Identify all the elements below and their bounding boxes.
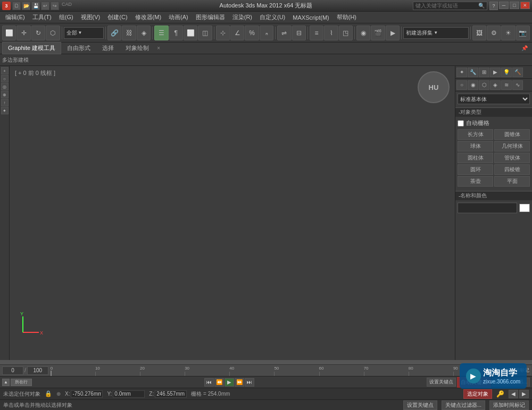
- obj-cone-btn[interactable]: 圆锥体: [494, 129, 530, 140]
- unlink-btn[interactable]: ⛓: [122, 26, 136, 40]
- maximize-button[interactable]: □: [510, 2, 519, 9]
- align-btn[interactable]: ⊟: [292, 26, 306, 40]
- object-name-input[interactable]: [458, 203, 517, 213]
- menu-create[interactable]: 创建(C): [104, 12, 130, 22]
- spinner-snap-btn[interactable]: ₙ: [260, 26, 273, 40]
- search-box[interactable]: 🔍: [413, 2, 487, 10]
- selection-set-dropdown[interactable]: 初建选择集 ▼: [403, 27, 469, 39]
- tl-scrubber[interactable]: 0 10 20 30 40 50 60 70 80: [51, 365, 498, 376]
- menu-customize[interactable]: 自定义(U): [256, 12, 288, 22]
- material-editor-btn[interactable]: ◉: [356, 26, 370, 40]
- rp-sub-icon5[interactable]: ≋: [501, 80, 512, 90]
- menu-edit[interactable]: 编辑(E): [2, 12, 28, 22]
- set-key-btn[interactable]: 设置关键点: [427, 378, 456, 387]
- obj-geosphere-btn[interactable]: 几何球体: [494, 141, 530, 152]
- rp-sub-icon3[interactable]: ⬡: [479, 80, 489, 90]
- rp-display-icon[interactable]: 💡: [501, 68, 512, 77]
- rp-category-dropdown[interactable]: 标准基本体: [458, 94, 530, 104]
- lt-btn-6[interactable]: ✦: [1, 107, 9, 114]
- set-keys-btn-bottom[interactable]: 设置关键点: [403, 400, 437, 410]
- track-bar-btn[interactable]: 所在行: [11, 379, 32, 386]
- render-quick-btn[interactable]: ▶: [386, 26, 400, 40]
- add-time-tag-btn[interactable]: 添加时间标记: [489, 400, 529, 410]
- obj-tube-btn[interactable]: 管状体: [494, 153, 530, 163]
- quick-undo-btn[interactable]: ↩: [41, 2, 49, 10]
- select-filter-btn[interactable]: ☰: [154, 26, 168, 40]
- menu-modifiers[interactable]: 修改器(M): [132, 12, 165, 22]
- rect-select-btn[interactable]: ⬜: [184, 26, 197, 40]
- prev-frame-btn[interactable]: ⏪: [214, 378, 224, 387]
- rp-sub-icon6[interactable]: ∿: [512, 80, 523, 90]
- prev-key-btn[interactable]: ◀: [509, 390, 518, 398]
- select-tool-btn[interactable]: ⬜: [2, 26, 16, 40]
- view-dropdown[interactable]: 全部 ▼: [64, 27, 104, 39]
- next-frame-btn[interactable]: ⏩: [235, 378, 244, 387]
- menu-maxscript[interactable]: MAXScript(M): [289, 13, 332, 22]
- obj-torus-btn[interactable]: 圆环: [458, 164, 493, 175]
- ribbon-pin-btn[interactable]: 📌: [519, 45, 530, 51]
- rp-utilities-icon[interactable]: 🔨: [512, 68, 523, 77]
- x-input[interactable]: [71, 390, 103, 398]
- nav-cube[interactable]: hu: [418, 71, 450, 103]
- curve-editor-btn[interactable]: ⌇: [324, 26, 338, 40]
- render-type-btn[interactable]: 🖼: [472, 26, 486, 40]
- percent-snap-btn[interactable]: %: [245, 26, 259, 40]
- ribbon-close-btn[interactable]: ×: [157, 45, 160, 51]
- rp-create-icon[interactable]: ✦: [456, 68, 467, 77]
- rp-sub-icon2[interactable]: ◉: [468, 80, 478, 90]
- mirror-btn[interactable]: ⇌: [277, 26, 291, 40]
- menu-render[interactable]: 渲染(R): [229, 12, 255, 22]
- obj-sphere-btn[interactable]: 球体: [458, 141, 493, 152]
- ribbon-tab-object-paint[interactable]: 对象绘制: [120, 42, 155, 54]
- quick-open-btn[interactable]: 📂: [22, 2, 30, 10]
- quick-save-btn[interactable]: 💾: [31, 2, 40, 10]
- quick-redo-btn[interactable]: ↪: [51, 2, 59, 10]
- scale-tool-btn[interactable]: ⬡: [46, 26, 60, 40]
- snap-toggle-btn[interactable]: ⊹: [216, 26, 230, 40]
- rp-modify-icon[interactable]: 🔧: [468, 68, 478, 77]
- key-filter-btn-bottom[interactable]: 关键点过滤器...: [442, 400, 485, 410]
- obj-cylinder-btn[interactable]: 圆柱体: [458, 153, 493, 163]
- progress-track[interactable]: [0, 360, 532, 364]
- render-settings-btn[interactable]: ⚙: [487, 26, 501, 40]
- schematic-view-btn[interactable]: ◳: [339, 26, 353, 40]
- rp-hierarchy-icon[interactable]: ⊞: [479, 68, 489, 77]
- rp-sub-icon4[interactable]: ◈: [490, 80, 501, 90]
- link-btn[interactable]: 🔗: [107, 26, 121, 40]
- viewport[interactable]: [ + 0 前 0 线框 ] hu X Y: [10, 66, 455, 360]
- y-input[interactable]: [113, 390, 145, 398]
- menu-help[interactable]: 帮助(H): [334, 12, 360, 22]
- bind-btn[interactable]: ◈: [137, 26, 151, 40]
- ribbon-tab-selection[interactable]: 选择: [96, 42, 120, 54]
- current-frame[interactable]: 0: [2, 366, 23, 375]
- z-input[interactable]: [155, 390, 187, 398]
- active-shade-btn[interactable]: ☀: [501, 26, 515, 40]
- minimize-button[interactable]: ─: [499, 2, 509, 9]
- menu-tools[interactable]: 工具(T): [29, 12, 55, 22]
- auto-key-status-btn[interactable]: 选定对象: [463, 389, 492, 399]
- window-crossing-btn[interactable]: ◫: [198, 26, 212, 40]
- animate-mode-btn[interactable]: ▲: [2, 379, 10, 386]
- play-btn[interactable]: ▶: [225, 378, 234, 387]
- ribbon-tab-freeform[interactable]: 自由形式: [61, 42, 96, 54]
- ribbon-tab-graphite[interactable]: Graphite 建模工具: [2, 42, 61, 54]
- render-frame-btn[interactable]: 📷: [516, 26, 530, 40]
- search-input[interactable]: [415, 3, 478, 9]
- menu-group[interactable]: 组(G): [56, 12, 77, 22]
- select-by-name-btn[interactable]: ¶: [169, 26, 183, 40]
- go-start-btn[interactable]: ⏮: [204, 378, 214, 387]
- lt-btn-4[interactable]: ⊕: [1, 91, 9, 98]
- obj-pyramid-btn[interactable]: 四棱锥: [494, 164, 530, 175]
- rp-motion-icon[interactable]: ▶: [490, 68, 501, 77]
- lt-btn-2[interactable]: ○: [1, 75, 9, 82]
- lt-btn-3[interactable]: ◎: [1, 83, 9, 90]
- total-frames[interactable]: 100: [27, 366, 48, 375]
- object-type-header[interactable]: 对象类型: [455, 107, 532, 117]
- menu-animation[interactable]: 动画(A): [165, 12, 192, 22]
- next-key-btn[interactable]: ▶: [519, 390, 529, 398]
- name-color-header[interactable]: 名称和颜色: [455, 191, 532, 200]
- menu-graph-editor[interactable]: 图形编辑器: [193, 12, 228, 22]
- menu-views[interactable]: 视图(V): [78, 12, 104, 22]
- quick-new-btn[interactable]: 🗋: [12, 2, 21, 10]
- layer-manager-btn[interactable]: ≡: [310, 26, 323, 40]
